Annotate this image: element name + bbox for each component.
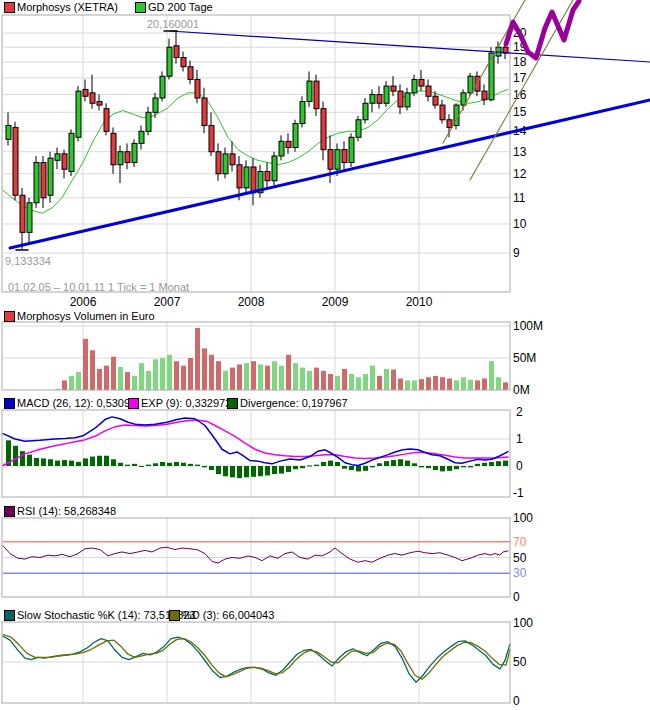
price-series-label: Morphosys (XETRA)	[17, 1, 118, 13]
svg-text:0: 0	[513, 590, 520, 604]
volume-legend-chip-icon	[4, 311, 15, 322]
macd-legend-chip-icon	[4, 398, 15, 409]
rsi-legend-chip-icon	[4, 506, 15, 517]
svg-text:2008: 2008	[238, 295, 265, 309]
divergence-series-label: Divergence: 0,197967	[240, 397, 348, 409]
svg-text:18: 18	[513, 55, 527, 69]
rsi-legend: RSI (14): 58,268348	[0, 505, 650, 518]
svg-text:0: 0	[513, 694, 520, 708]
svg-text:50M: 50M	[513, 351, 536, 365]
svg-text:2007: 2007	[154, 295, 181, 309]
gd200-legend-chip-icon	[135, 2, 146, 13]
macd-legend: MACD (26, 12): 0,53094 EXP (9): 0,332972…	[0, 397, 650, 410]
svg-text:30: 30	[513, 566, 527, 580]
price-legend: Morphosys (XETRA) GD 200 Tage	[0, 1, 650, 14]
svg-text:17: 17	[513, 71, 527, 85]
stoch-d-series-label: %D (3): 66,004043	[182, 609, 274, 621]
stoch-d-legend-chip-icon	[169, 610, 180, 621]
svg-text:0M: 0M	[513, 383, 530, 397]
svg-text:1: 1	[516, 432, 523, 446]
macd-series-label: MACD (26, 12): 0,53094	[17, 397, 136, 409]
svg-text:2006: 2006	[70, 295, 97, 309]
chart-plot-svg: 20191817161514131211109100M50M0M210-1100…	[0, 0, 650, 710]
volume-title: Morphosys Volumen in Euro	[17, 310, 155, 322]
svg-text:70: 70	[513, 535, 527, 549]
date-range-label: 01.02.05 – 10.01.11 1 Tick = 1 Monat	[8, 281, 189, 293]
svg-text:50: 50	[513, 551, 527, 565]
stock-chart-page: 20191817161514131211109100M50M0M210-1100…	[0, 0, 650, 710]
svg-text:2010: 2010	[406, 295, 433, 309]
stochastic-legend: Slow Stochastic %K (14): 73,516823 %D (3…	[0, 609, 650, 622]
volume-legend: Morphosys Volumen in Euro	[0, 310, 650, 323]
svg-text:0: 0	[516, 459, 523, 473]
svg-text:10: 10	[513, 217, 527, 231]
rsi-series-label: RSI (14): 58,268348	[17, 505, 116, 517]
svg-text:50: 50	[513, 655, 527, 669]
high-price-label: 20,160001	[147, 18, 199, 30]
exp-legend-chip-icon	[128, 398, 139, 409]
svg-text:16: 16	[513, 88, 527, 102]
svg-text:2009: 2009	[322, 295, 349, 309]
svg-text:15: 15	[513, 105, 527, 119]
morphosys-legend-chip-icon	[4, 2, 15, 13]
gd200-series-label: GD 200 Tage	[148, 1, 213, 13]
svg-text:11: 11	[513, 191, 526, 205]
svg-text:-1: -1	[513, 486, 524, 500]
exp-series-label: EXP (9): 0,332972	[141, 397, 231, 409]
svg-text:12: 12	[513, 167, 527, 181]
divergence-legend-chip-icon	[227, 398, 238, 409]
stoch-k-legend-chip-icon	[4, 610, 15, 621]
low-price-label: 9,133334	[5, 255, 51, 267]
svg-text:13: 13	[513, 145, 527, 159]
svg-text:9: 9	[513, 246, 520, 260]
